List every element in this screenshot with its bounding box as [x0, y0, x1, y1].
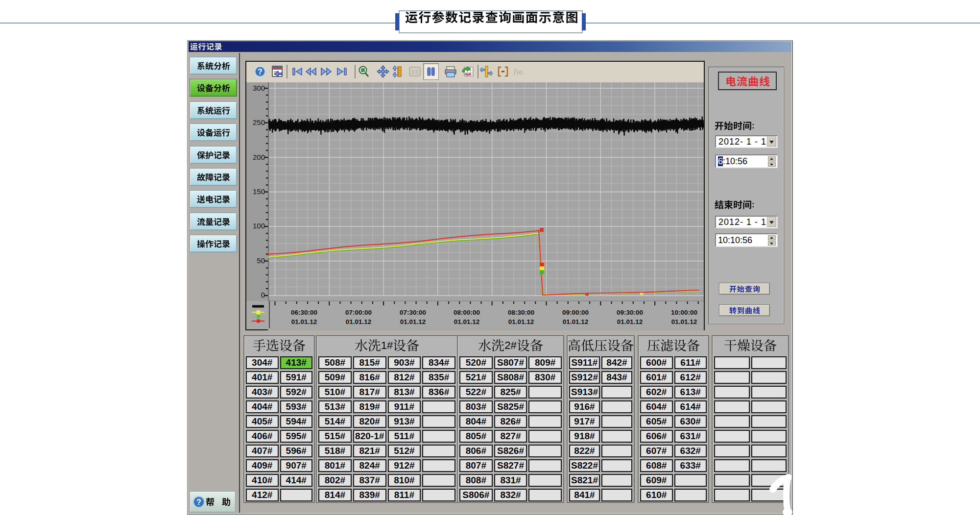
- svg-text:[x]: [x]: [517, 69, 523, 75]
- svg-text:?: ?: [258, 68, 263, 76]
- svg-text:?: ?: [196, 498, 201, 506]
- svg-text:1:1: 1:1: [411, 69, 419, 75]
